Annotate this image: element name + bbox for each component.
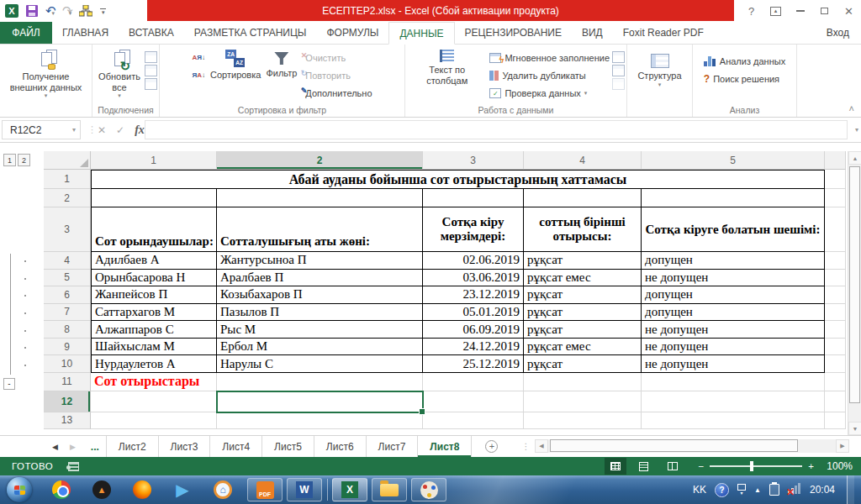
cell[interactable]: 05.01.2019 <box>423 304 524 322</box>
tray-help-icon[interactable]: ? <box>715 483 729 497</box>
data-validation-button[interactable]: ✓Проверка данных▾ <box>487 84 612 102</box>
properties-icon[interactable] <box>145 65 157 76</box>
sheet-tab-Лист3[interactable]: Лист3 <box>159 436 211 457</box>
tab-data[interactable]: ДАННЫЕ <box>388 22 454 45</box>
row-header-10[interactable]: 10 <box>44 355 91 373</box>
column-header-5[interactable]: 5 <box>642 151 825 170</box>
cell[interactable] <box>642 391 825 412</box>
cell[interactable]: Рыс М <box>217 321 423 339</box>
cell[interactable] <box>524 391 642 412</box>
cell[interactable]: Сот орындаушылар: <box>91 207 217 252</box>
row-header-6[interactable]: 6 <box>44 286 91 304</box>
scroll-right-button[interactable]: ▶ <box>836 439 849 453</box>
cell[interactable]: рұқсат емес <box>524 339 642 356</box>
qat-customize-button[interactable]: ▾ <box>100 8 106 14</box>
cell[interactable] <box>91 412 217 429</box>
cell[interactable]: рұқсат <box>524 304 642 322</box>
cell[interactable]: Нарулы С <box>217 355 423 373</box>
horizontal-scroll-thumb[interactable] <box>550 439 798 452</box>
zoom-slider-thumb[interactable] <box>750 461 753 471</box>
sheet-tab-Лист2[interactable]: Лист2 <box>106 436 159 457</box>
cell[interactable]: не допущен <box>642 339 825 356</box>
connections-icon[interactable] <box>145 51 157 63</box>
cell[interactable]: 06.09.2019 <box>423 321 524 339</box>
tab-formulas[interactable]: ФОРМУЛЫ <box>316 22 388 44</box>
show-desktop-button[interactable] <box>847 475 854 504</box>
zoom-out-button[interactable]: − <box>699 461 705 471</box>
cell[interactable]: не допущен <box>642 270 825 287</box>
cell[interactable] <box>825 207 846 252</box>
column-header-2[interactable]: 2 <box>217 151 423 170</box>
new-sheet-button[interactable]: + <box>485 440 498 453</box>
text-to-columns-button[interactable]: Текст по столбцам <box>407 47 487 88</box>
scroll-down-button[interactable]: ▼ <box>848 422 861 435</box>
sheet-tab-Лист7[interactable]: Лист7 <box>367 436 419 457</box>
cell[interactable]: рұқсат <box>524 286 642 304</box>
tab-view[interactable]: ВИД <box>572 22 613 44</box>
excel-taskbar-button[interactable]: X <box>332 478 367 501</box>
cell[interactable]: рұқсат <box>524 252 642 270</box>
solver-button[interactable]: ?Поиск решения <box>701 70 788 87</box>
sort-descending-button[interactable]: ЯА↓ <box>189 66 208 84</box>
language-indicator[interactable]: KK <box>693 484 706 496</box>
cell[interactable]: допущен <box>642 286 825 304</box>
cell[interactable] <box>825 339 846 356</box>
game-taskbar-button[interactable] <box>411 478 446 501</box>
cell[interactable]: Козыбахаров П <box>217 286 423 304</box>
firefox-icon[interactable] <box>131 479 153 501</box>
scroll-left-button[interactable]: ◀ <box>535 439 548 453</box>
cell[interactable] <box>423 391 524 412</box>
help-button[interactable]: ? <box>739 0 763 22</box>
cell[interactable] <box>825 321 846 339</box>
cell[interactable]: Жанпейсов П <box>91 286 217 304</box>
network-icon[interactable]: ✕ <box>788 484 801 496</box>
cell[interactable] <box>825 412 846 429</box>
cell[interactable]: не допущен <box>642 355 825 373</box>
cell[interactable] <box>825 373 846 391</box>
formula-input[interactable] <box>145 120 848 139</box>
chrome-icon[interactable] <box>50 479 72 501</box>
tab-page-layout[interactable]: РАЗМЕТКА СТРАНИЦЫ <box>184 22 317 44</box>
clipboard-tray-icon[interactable] <box>769 484 779 496</box>
zoom-in-button[interactable]: + <box>808 461 814 471</box>
cell[interactable] <box>642 373 825 391</box>
tab-home[interactable]: ГЛАВНАЯ <box>52 22 119 44</box>
what-if-analysis-icon[interactable] <box>612 65 625 76</box>
vertical-scrollbar[interactable]: ▲ ▼ <box>848 151 861 435</box>
cell[interactable]: рұқсат емес <box>524 270 642 287</box>
cell[interactable]: допущен <box>642 304 825 322</box>
outline-level-2-button[interactable]: 2 <box>18 154 30 166</box>
cell[interactable]: Орынбасарова Н <box>91 270 217 287</box>
expand-formula-bar-button[interactable]: ▾ <box>855 126 858 134</box>
tab-splitter[interactable]: ⋮ <box>521 442 531 451</box>
cell[interactable] <box>524 412 642 429</box>
insert-function-button[interactable]: fx <box>135 123 145 137</box>
cell[interactable] <box>825 270 846 287</box>
cell[interactable]: 24.12.2019 <box>423 339 524 356</box>
cell[interactable] <box>825 355 846 373</box>
cell[interactable] <box>642 189 825 207</box>
zoom-slider[interactable] <box>710 465 802 467</box>
cell[interactable]: Алжаппаров С <box>91 321 217 339</box>
cancel-button[interactable]: ✕ <box>98 124 106 136</box>
close-button[interactable]: ✕ <box>837 0 861 22</box>
cell[interactable]: Сотталушығың аты жөні: <box>217 207 423 252</box>
row-header-4[interactable]: 4 <box>44 252 91 270</box>
flash-fill-button[interactable]: ϟМгновенное заполнение <box>487 49 612 66</box>
cell[interactable] <box>825 170 846 189</box>
sign-in-link[interactable]: Вход <box>827 22 861 44</box>
name-box[interactable]: R12C2▾ <box>2 120 81 139</box>
cell[interactable] <box>91 189 217 207</box>
cell[interactable]: не допущен <box>642 321 825 339</box>
cell[interactable]: Саттархагов М <box>91 304 217 322</box>
org-chart-icon[interactable] <box>79 5 92 17</box>
edit-links-icon[interactable] <box>145 78 157 90</box>
cell[interactable]: Адилбаев А <box>91 252 217 270</box>
cell[interactable]: Аралбаев П <box>217 270 423 287</box>
sheet-tab-Лист6[interactable]: Лист6 <box>314 436 367 457</box>
filter-button[interactable]: Фильтр <box>263 47 299 81</box>
column-header-stub[interactable] <box>825 151 846 170</box>
cell[interactable] <box>825 304 846 322</box>
home-browser-icon[interactable]: ⌂ <box>212 479 234 501</box>
cell[interactable] <box>825 189 846 207</box>
